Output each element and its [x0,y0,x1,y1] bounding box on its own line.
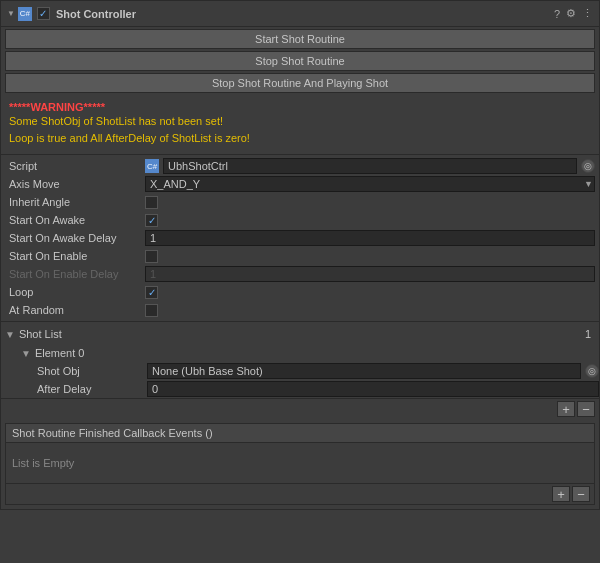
start-on-awake-delay-value: 1 [145,230,595,246]
start-on-enable-delay-label: Start On Enable Delay [5,268,145,280]
inspector-fields: Script C# UbhShotCtrl ◎ Axis Move X_AND_… [1,157,599,319]
shot-list-header: ▼ Shot List 1 [1,324,599,344]
start-on-enable-checkbox[interactable] [145,250,158,263]
axis-move-select[interactable]: X_AND_Y [145,176,595,192]
divider-2 [1,321,599,322]
start-shot-routine-button[interactable]: Start Shot Routine [5,29,595,49]
axis-move-label: Axis Move [5,178,145,190]
collapse-arrow-icon[interactable]: ▼ [7,9,15,18]
script-select-button[interactable]: ◎ [581,159,595,173]
callback-header: Shot Routine Finished Callback Events () [6,424,594,443]
shot-obj-field-row: Shot Obj None (Ubh Base Shot) ◎ [1,362,599,380]
after-delay-input[interactable]: 0 [147,381,599,397]
callback-add-remove: + − [6,483,594,504]
warning-line1: Some ShotObj of ShotList has not been se… [9,113,591,130]
shot-list-add-button[interactable]: + [557,401,575,417]
at-random-value [145,304,595,317]
after-delay-label: After Delay [37,383,147,395]
script-value-container: C# UbhShotCtrl ◎ [145,158,595,174]
at-random-checkbox[interactable] [145,304,158,317]
start-on-awake-delay-label: Start On Awake Delay [5,232,145,244]
start-on-awake-delay-field-row: Start On Awake Delay 1 [5,229,595,247]
element-0-title: Element 0 [35,347,85,359]
callback-body: List is Empty [6,443,594,483]
shot-list-add-remove: + − [1,398,599,419]
callback-section: Shot Routine Finished Callback Events ()… [5,423,595,505]
main-panel: ▼ C# Shot Controller ? ⚙ ⋮ Start Shot Ro… [0,0,600,510]
start-on-enable-value [145,250,595,263]
axis-move-select-container: X_AND_Y ▼ [145,176,595,192]
shot-obj-label: Shot Obj [37,365,147,377]
loop-field-row: Loop [5,283,595,301]
shot-obj-select-button[interactable]: ◎ [585,364,599,378]
start-on-awake-value [145,214,595,227]
inherit-angle-label: Inherit Angle [5,196,145,208]
callback-remove-button[interactable]: − [572,486,590,502]
start-on-awake-field-row: Start On Awake [5,211,595,229]
stop-shot-routine-button[interactable]: Stop Shot Routine [5,51,595,71]
script-label: Script [5,160,145,172]
script-field-row: Script C# UbhShotCtrl ◎ [5,157,595,175]
script-name: UbhShotCtrl [163,158,577,174]
callback-empty-label: List is Empty [12,457,74,469]
inherit-angle-checkbox[interactable] [145,196,158,209]
at-random-label: At Random [5,304,145,316]
shot-list-section: ▼ Shot List 1 ▼ Element 0 Shot Obj None … [1,324,599,419]
after-delay-field-row: After Delay 0 [1,380,599,398]
start-on-enable-delay-input: 1 [145,266,595,282]
shot-list-remove-button[interactable]: − [577,401,595,417]
divider-1 [1,154,599,155]
callback-add-button[interactable]: + [552,486,570,502]
checkbox-enable-icon[interactable] [37,7,50,20]
warning-title: *****WARNING***** [9,101,591,113]
settings-icon[interactable]: ⚙ [566,7,576,20]
overflow-icon[interactable]: ⋮ [582,7,593,20]
panel-header: ▼ C# Shot Controller ? ⚙ ⋮ [1,1,599,27]
shot-list-count: 1 [585,328,591,340]
header-right-icons: ? ⚙ ⋮ [554,7,593,20]
inherit-angle-value [145,196,595,209]
script-icon: C# [145,159,159,173]
axis-move-field-row: Axis Move X_AND_Y ▼ [5,175,595,193]
buttons-section: Start Shot Routine Stop Shot Routine Sto… [1,27,599,97]
script-field: C# UbhShotCtrl ◎ [145,158,595,174]
loop-value [145,286,595,299]
start-on-enable-label: Start On Enable [5,250,145,262]
stop-shot-routine-and-playing-button[interactable]: Stop Shot Routine And Playing Shot [5,73,595,93]
at-random-field-row: At Random [5,301,595,319]
start-on-enable-delay-value: 1 [145,266,595,282]
inherit-angle-field-row: Inherit Angle [5,193,595,211]
panel-title: Shot Controller [56,8,554,20]
header-left-icons: ▼ C# [7,7,50,21]
shot-list-collapse-icon[interactable]: ▼ [5,329,15,340]
shot-obj-input[interactable]: None (Ubh Base Shot) [147,363,581,379]
start-on-awake-delay-input[interactable]: 1 [145,230,595,246]
start-on-enable-field-row: Start On Enable [5,247,595,265]
help-icon[interactable]: ? [554,8,560,20]
loop-label: Loop [5,286,145,298]
shot-list-title: Shot List [19,328,585,340]
after-delay-value-container: 0 [147,381,599,397]
element-0-header: ▼ Element 0 [1,344,599,362]
script-type-icon: C# [18,7,32,21]
loop-checkbox[interactable] [145,286,158,299]
element-0-collapse-icon[interactable]: ▼ [21,348,31,359]
start-on-enable-delay-field-row: Start On Enable Delay 1 [5,265,595,283]
start-on-awake-checkbox[interactable] [145,214,158,227]
warning-section: *****WARNING***** Some ShotObj of ShotLi… [1,97,599,152]
start-on-awake-label: Start On Awake [5,214,145,226]
warning-line2: Loop is true and All AfterDelay of ShotL… [9,130,591,147]
shot-obj-value-container: None (Ubh Base Shot) ◎ [147,363,599,379]
